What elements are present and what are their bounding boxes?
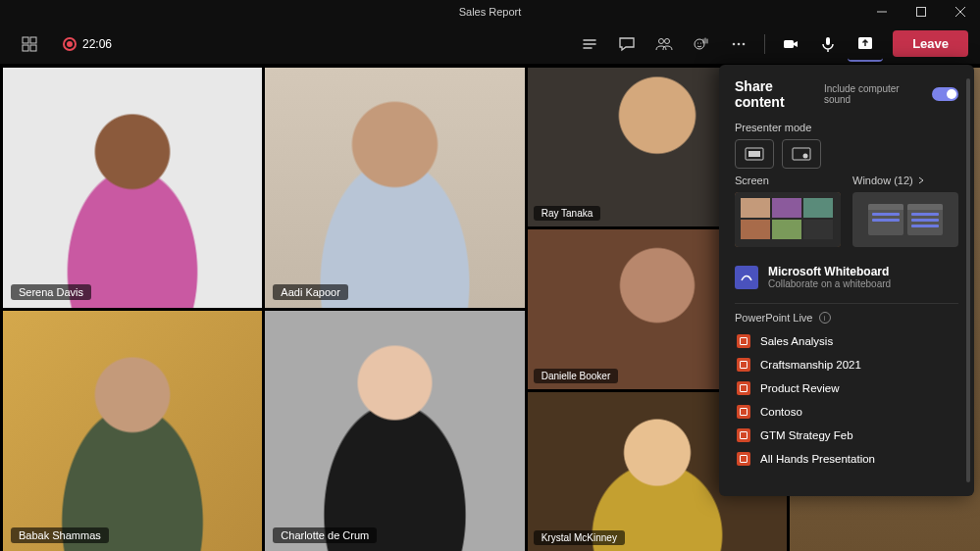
info-icon[interactable]: i	[819, 312, 831, 324]
svg-point-11	[738, 42, 741, 45]
svg-point-12	[743, 42, 746, 45]
duration-label: 22:06	[82, 37, 112, 51]
ellipsis-icon	[730, 35, 748, 53]
video-tile[interactable]: Aadi Kapoor	[265, 68, 524, 308]
ppt-file-item[interactable]: Contoso	[735, 400, 958, 424]
meeting-toolbar: 22:06 Leave	[0, 24, 980, 65]
content-only-icon	[745, 147, 764, 161]
share-panel-title: Share content	[735, 78, 824, 110]
ppt-file-name: Product Review	[760, 382, 840, 394]
window-section-label: Window (12)	[852, 175, 913, 186]
svg-rect-25	[772, 220, 801, 239]
presenter-mode-content-only[interactable]	[735, 139, 774, 169]
svg-rect-13	[784, 40, 794, 48]
svg-point-9	[700, 42, 701, 43]
share-window-thumbnail[interactable]	[852, 192, 958, 247]
svg-rect-26	[803, 220, 833, 239]
presenter-mode-standout[interactable]	[782, 139, 821, 169]
ppt-file-item[interactable]: Product Review	[735, 376, 958, 400]
leave-button[interactable]: Leave	[893, 30, 968, 57]
maximize-button[interactable]	[902, 0, 941, 24]
camera-button[interactable]	[773, 26, 808, 62]
svg-rect-14	[826, 37, 830, 45]
emoji-hand-icon	[693, 35, 710, 53]
minimize-button[interactable]	[862, 0, 902, 24]
whiteboard-icon	[735, 266, 758, 289]
window-mock-icon	[868, 204, 903, 235]
svg-point-6	[665, 38, 670, 43]
participant-name: Babak Shammas	[11, 527, 109, 543]
mic-icon	[819, 35, 837, 53]
svg-point-8	[697, 42, 698, 43]
powerpoint-icon	[737, 334, 750, 348]
ppt-file-item[interactable]: Craftsmanship 2021	[735, 353, 958, 376]
layout-grid-button[interactable]	[12, 26, 47, 62]
ppt-file-item[interactable]: All Hands Presentation	[735, 447, 958, 471]
svg-rect-2	[30, 37, 36, 43]
svg-rect-23	[803, 198, 833, 218]
powerpoint-icon	[737, 358, 750, 372]
mic-button[interactable]	[810, 26, 846, 62]
video-feed	[265, 68, 524, 308]
recording-timer: 22:06	[63, 37, 112, 51]
share-screen-thumbnail[interactable]	[735, 192, 841, 247]
ppt-file-name: Sales Analysis	[760, 335, 833, 347]
svg-rect-18	[793, 148, 810, 160]
ppt-file-name: Contoso	[760, 406, 802, 418]
participant-name: Danielle Booker	[534, 369, 619, 383]
scrollbar[interactable]	[966, 78, 970, 482]
presenter-mode-label: Presenter mode	[735, 122, 958, 133]
video-feed	[3, 68, 262, 308]
include-sound-toggle[interactable]	[932, 87, 958, 101]
participant-name: Charlotte de Crum	[273, 527, 377, 543]
svg-point-19	[803, 154, 808, 159]
svg-rect-3	[23, 45, 28, 51]
close-button[interactable]	[941, 0, 980, 24]
standout-icon	[792, 147, 811, 161]
divider	[764, 34, 765, 54]
speech-bubble-icon	[618, 35, 636, 53]
chevron-right-icon	[917, 176, 925, 184]
svg-rect-1	[23, 37, 28, 43]
chat-lines-icon	[581, 35, 598, 53]
powerpoint-live-label: PowerPoint Live	[735, 312, 813, 324]
powerpoint-icon	[737, 452, 750, 466]
svg-point-10	[733, 42, 736, 45]
more-button[interactable]	[721, 26, 756, 62]
svg-rect-22	[772, 198, 801, 218]
powerpoint-icon	[737, 428, 750, 442]
video-tile[interactable]: Serena Davis	[3, 68, 262, 308]
share-button[interactable]	[848, 26, 883, 62]
titlebar: Sales Report	[0, 0, 980, 24]
conversation-button[interactable]	[609, 26, 645, 62]
window-controls	[862, 0, 980, 24]
video-tile[interactable]: Charlotte de Crum	[265, 311, 524, 551]
ppt-file-name: Craftsmanship 2021	[760, 359, 861, 371]
powerpoint-icon	[737, 405, 750, 419]
participant-name: Ray Tanaka	[534, 206, 601, 221]
video-feed	[3, 311, 262, 551]
people-icon	[655, 35, 673, 53]
people-button[interactable]	[646, 26, 682, 62]
camera-icon	[782, 35, 799, 53]
chat-button[interactable]	[572, 26, 607, 62]
video-tile[interactable]: Babak Shammas	[3, 311, 262, 551]
ppt-file-item[interactable]: GTM Strategy Feb	[735, 424, 958, 447]
share-content-panel: Share content Include computer sound Pre…	[719, 65, 974, 496]
whiteboard-option[interactable]: Microsoft Whiteboard Collaborate on a wh…	[735, 261, 958, 293]
participant-name: Aadi Kapoor	[273, 284, 348, 300]
reactions-button[interactable]	[684, 26, 719, 62]
svg-rect-17	[748, 151, 760, 157]
ppt-file-name: GTM Strategy Feb	[760, 429, 853, 441]
grid-icon	[22, 36, 37, 52]
ppt-file-item[interactable]: Sales Analysis	[735, 329, 958, 353]
share-tray-icon	[856, 34, 874, 52]
ppt-file-name: All Hands Presentation	[760, 453, 875, 465]
svg-rect-24	[741, 220, 770, 239]
window-mock-icon	[907, 204, 943, 235]
record-icon	[63, 37, 77, 51]
powerpoint-icon	[737, 381, 750, 395]
svg-rect-0	[917, 8, 926, 17]
screen-section-label: Screen	[735, 175, 841, 186]
whiteboard-title: Microsoft Whiteboard	[768, 265, 891, 278]
